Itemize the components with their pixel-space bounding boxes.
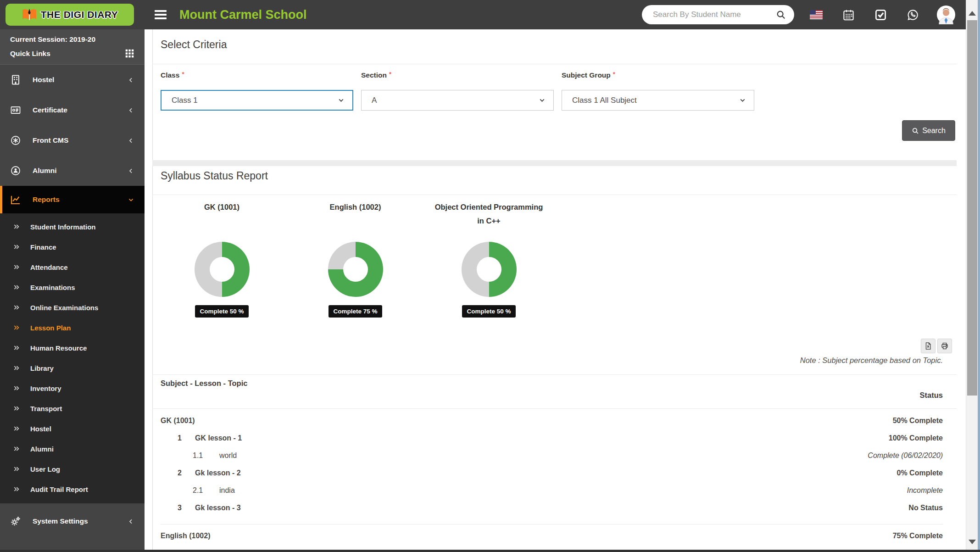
criteria-fields: Class* Class 1 Section* A Subject Group*… [161,71,762,111]
chevron-left-icon [128,107,134,114]
chevron-down-icon [128,196,134,203]
tasks-icon[interactable] [874,8,887,21]
sidebar-item-label: Reports [33,195,60,204]
sidebar-subitem-label: Finance [30,243,56,251]
row-number: 2 [178,464,182,482]
row-status: 0% Complete [897,464,943,482]
selected-value: A [372,96,377,105]
sidebar-subitem-label: Library [30,364,54,372]
sidebar-subitem[interactable]: Attendance [0,257,145,277]
school-name: Mount Carmel School [179,8,307,22]
sidebar-subitem[interactable]: Examinations [0,277,145,297]
chevron-left-icon [128,167,134,174]
language-flag-icon[interactable] [810,8,823,21]
sidebar-subitem[interactable]: Hostel [0,418,145,439]
quick-links-grid-icon[interactable] [125,49,134,58]
reports-submenu: Student Information Finance Attendance E… [0,213,145,503]
table-row: 2.1 india Incomplete [161,482,943,499]
certificate-icon [10,105,21,116]
sidebar-subitem-label: Examinations [30,284,75,291]
double-arrow-icon [13,425,20,432]
criteria-field: Section* A [361,71,562,111]
completion-badge: Complete 50 % [195,305,248,318]
row-number: 2.1 [193,482,203,499]
sidebar: Current Session: 2019-20 Quick Links Hos… [0,29,145,552]
table-header-status: Status [920,391,943,400]
hamburger-menu-icon[interactable] [155,10,167,19]
scroll-down-arrow[interactable] [969,540,976,544]
sidebar-item-system-settings[interactable]: System Settings [0,503,145,539]
sidebar-subitem[interactable]: Audit Trail Report [0,479,145,499]
sidebar-subitem-label: Lesson Plan [30,324,71,332]
page-scrollbar[interactable] [966,0,978,552]
sidebar-subitem[interactable]: Online Examinations [0,297,145,318]
field-label: Class* [161,71,361,80]
calendar-icon[interactable] [842,8,855,21]
app-window: THE DIGI DIARY Mount Carmel School Curre… [0,0,980,552]
table-row: English (1002) 75% Complete [161,524,943,544]
double-arrow-icon [13,485,20,493]
row-number: 3 [178,499,182,517]
report-title: Syllabus Status Report [161,170,268,182]
select-dropdown[interactable]: Class 1 [161,90,353,111]
sidebar-subitem-label: Online Examinations [30,304,98,312]
row-text: india [219,482,235,499]
user-avatar[interactable] [936,5,956,24]
building-icon [10,74,21,85]
scroll-up-arrow[interactable] [969,11,976,16]
chevron-down-icon [538,96,546,104]
search-button[interactable]: Search [902,120,955,141]
sidebar-item[interactable]: Reports [0,186,145,213]
sidebar-menu: Hostel Certificate Front CMS Alumni Repo… [0,65,145,213]
sidebar-item[interactable]: Hostel [0,65,145,95]
select-dropdown[interactable]: Class 1 All Subject [562,90,754,111]
sidebar-item[interactable]: Front CMS [0,125,145,156]
scrollbar-thumb[interactable] [967,20,977,396]
sidebar-subitem[interactable]: Finance [0,237,145,257]
search-icon[interactable] [776,10,786,20]
sidebar-subitem[interactable]: Library [0,358,145,378]
sidebar-subitem[interactable]: User Log [0,459,145,479]
sidebar-subitem-label: Alumni [30,445,54,453]
row-text: Gk lesson - 3 [195,499,241,517]
required-mark: * [182,71,184,78]
sidebar-subitem-label: User Log [30,465,60,473]
double-arrow-icon [13,243,20,251]
table-header-subject: Subject - Lesson - Topic [161,379,247,388]
print-button[interactable] [937,339,952,353]
double-arrow-icon [13,405,20,412]
export-toolbar [921,339,952,353]
sidebar-subitem[interactable]: Student Information [0,217,145,237]
select-dropdown[interactable]: A [361,90,554,111]
student-search [642,5,794,24]
row-number: 1 [178,429,182,447]
search-input[interactable] [642,10,776,19]
row-status: 75% Complete [893,527,943,545]
chart-icon [10,194,21,205]
syllabus-donut-chart: Object Oriented Programming in C++ Compl… [422,201,556,318]
sidebar-subitem-label: Human Resource [30,344,87,352]
export-excel-button[interactable] [921,339,935,353]
printer-icon [941,342,949,350]
sidebar-item-label: Front CMS [33,136,68,145]
session-block: Current Session: 2019-20 Quick Links [0,29,145,65]
row-text: English (1002) [161,527,210,545]
row-number: 1.1 [193,447,203,464]
report-note: Note : Subject percentage based on Topic… [800,356,943,365]
sidebar-subitem[interactable]: Transport [0,398,145,418]
sidebar-item[interactable]: Certificate [0,95,145,125]
selected-value: Class 1 [172,96,198,105]
row-text: GK (1001) [161,412,195,429]
sidebar-item-label: Certificate [33,106,67,114]
sidebar-subitem[interactable]: Inventory [0,378,145,398]
sidebar-subitem[interactable]: Human Resource [0,338,145,358]
sidebar-subitem[interactable]: Lesson Plan [0,318,145,338]
app-logo[interactable]: THE DIGI DIARY [6,4,134,26]
sidebar-subitem[interactable]: Alumni [0,439,145,459]
criteria-field: Subject Group* Class 1 All Subject [562,71,762,111]
main-content: Select Criteria Class* Class 1 Section* … [145,0,966,552]
sidebar-item[interactable]: Alumni [0,156,145,186]
logo-area: THE DIGI DIARY [0,0,145,29]
whatsapp-icon[interactable] [906,8,919,21]
field-label: Section* [361,71,562,80]
